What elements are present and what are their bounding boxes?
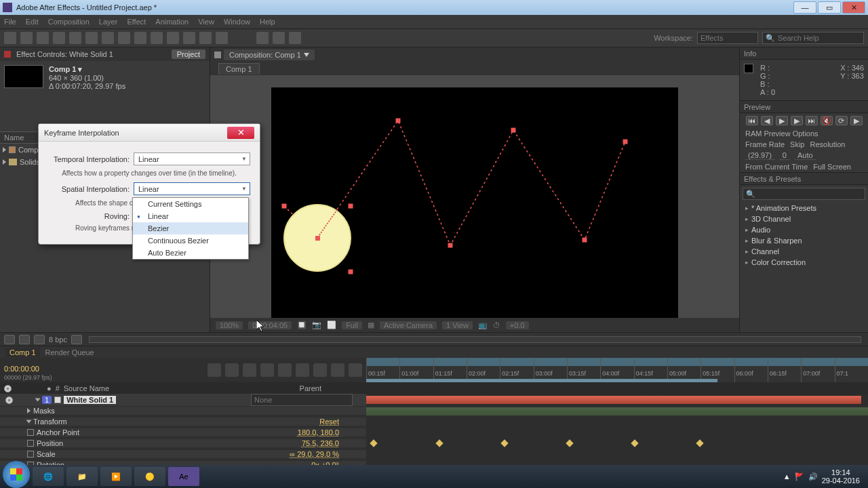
parent-header[interactable]: Parent [300, 384, 321, 392]
effects-category[interactable]: Audio [740, 224, 868, 235]
interpret-button[interactable] [4, 335, 15, 344]
start-button[interactable] [3, 461, 30, 488]
tl-icon[interactable] [349, 363, 362, 377]
axis-world-tool[interactable] [273, 32, 285, 44]
eraser-tool[interactable] [183, 32, 195, 44]
taskbar-media[interactable]: ▶️ [100, 467, 132, 486]
keyframe-diamond[interactable] [696, 439, 704, 447]
solid-layer-circle[interactable] [283, 204, 351, 272]
resolution-value[interactable]: Auto [795, 151, 816, 160]
tray-icon[interactable]: ▲ [783, 472, 791, 481]
first-frame-button[interactable]: ⏮ [746, 116, 758, 125]
exposure-value[interactable]: +0.0 [506, 321, 529, 329]
interpolation-option[interactable]: Continuous Bezier [133, 235, 248, 247]
brush-tool[interactable] [151, 32, 163, 44]
zoom-level[interactable]: 100% [216, 321, 243, 329]
layer-color-icon[interactable] [54, 396, 61, 403]
keyframe-point[interactable] [511, 128, 516, 133]
from-current-checkbox[interactable]: From Current Time [745, 163, 808, 171]
clone-tool[interactable] [167, 32, 179, 44]
reset-link[interactable]: Reset [319, 418, 339, 426]
effects-category[interactable]: Channel [740, 246, 868, 257]
timecode[interactable]: 0:00:00:0000000 (29.97 fps) [4, 360, 52, 381]
roto-tool[interactable] [199, 32, 212, 44]
prev-frame-button[interactable]: ◀ [761, 116, 773, 125]
keyframe-point[interactable] [349, 270, 353, 274]
menu-help[interactable]: Help [260, 18, 275, 26]
last-frame-button[interactable]: ⏭ [806, 116, 818, 125]
composition-viewer[interactable] [271, 87, 678, 318]
keyframe-diamond[interactable] [631, 439, 639, 447]
property-row[interactable]: Anchor Point180.0, 180.0 [0, 428, 366, 436]
tl-icon[interactable] [225, 363, 239, 377]
tl-icon[interactable] [208, 363, 221, 377]
tl-icon[interactable] [296, 363, 309, 377]
parent-select[interactable]: None [251, 394, 353, 406]
maximize-button[interactable]: ▭ [818, 1, 841, 14]
effect-controls-tab[interactable]: Effect Controls: White Solid 1 [16, 50, 113, 58]
interpolation-option[interactable]: Linear [133, 210, 248, 222]
tl-icon[interactable] [260, 363, 274, 377]
keyframe-point[interactable] [349, 204, 353, 209]
ram-preview-label[interactable]: RAM Preview Options [745, 129, 818, 138]
mute-button[interactable]: 🔇 [821, 116, 833, 125]
keyframe-point[interactable] [396, 119, 401, 123]
view-layout[interactable]: 1 View [442, 321, 473, 329]
delete-button[interactable] [71, 335, 82, 344]
zoom-tool[interactable] [37, 32, 49, 44]
effects-category[interactable]: Color Correction [740, 257, 868, 268]
framerate-value[interactable]: (29.97) [745, 151, 774, 160]
twirl-icon[interactable] [35, 399, 41, 402]
new-comp-button[interactable] [34, 335, 45, 344]
tray-icon[interactable]: 🔊 [808, 472, 818, 481]
ram-preview-button[interactable]: ▶ [850, 116, 863, 125]
camera-tool[interactable] [69, 32, 81, 44]
puppet-tool[interactable] [216, 32, 228, 44]
interpolation-option[interactable]: Bezier [133, 222, 248, 235]
keyframe-diamond[interactable] [435, 439, 443, 447]
zoom-slider[interactable] [366, 379, 717, 382]
interpolation-option[interactable]: Current Settings [133, 198, 248, 210]
bpc-label[interactable]: 8 bpc [49, 336, 67, 344]
keyframe-point[interactable] [583, 238, 587, 243]
current-time-display[interactable]: 0:00:04:05 [248, 321, 292, 329]
property-row[interactable]: Position75.5, 236.0 [0, 439, 366, 447]
scroll-track[interactable] [89, 336, 861, 343]
timeline-tab-render[interactable]: Render Queue [45, 348, 94, 357]
effects-category[interactable]: Blur & Sharpen [740, 235, 868, 246]
keyframe-point[interactable] [448, 243, 453, 248]
temporal-select[interactable]: Linear [134, 152, 250, 165]
menu-animation[interactable]: Animation [155, 18, 189, 26]
time-ruler[interactable]: 00:15f01:00f01:15f02:00f02:15f03:00f03:1… [366, 358, 868, 382]
fullscreen-checkbox[interactable]: Full Screen [813, 163, 851, 171]
resolution-select[interactable]: Full [342, 321, 362, 329]
menu-view[interactable]: View [198, 18, 214, 26]
project-tab[interactable]: Project [172, 49, 205, 59]
tl-icon[interactable] [313, 363, 327, 377]
tray-icon[interactable]: 🚩 [795, 472, 804, 481]
layer-row[interactable]: 1 White Solid 1 None [0, 394, 868, 405]
hand-tool[interactable] [20, 32, 33, 44]
pen-tool[interactable] [118, 32, 130, 44]
panel-close-icon[interactable] [4, 51, 11, 58]
workspace-select[interactable]: Effects [697, 32, 758, 44]
text-tool[interactable] [134, 32, 146, 44]
new-folder-button[interactable] [19, 335, 30, 344]
panel-close-icon[interactable] [214, 52, 221, 58]
preview-panel-header[interactable]: Preview [740, 101, 868, 113]
effects-panel-header[interactable]: Effects & Presets [740, 173, 868, 185]
keyframe-point[interactable] [623, 140, 628, 144]
source-name-header[interactable]: Source Name [64, 384, 109, 392]
help-search[interactable]: 🔍 Search Help [762, 32, 864, 44]
taskbar-explorer[interactable]: 📁 [66, 467, 98, 486]
taskbar-ie[interactable]: 🌐 [33, 467, 64, 486]
keyframe-diamond[interactable] [566, 439, 573, 447]
keyframe-point[interactable] [282, 204, 287, 209]
close-button[interactable]: ✕ [842, 1, 865, 14]
skip-value[interactable]: 0 [780, 151, 789, 160]
taskbar-aftereffects[interactable]: Ae [168, 467, 199, 486]
clock-time[interactable]: 19:14 [822, 468, 860, 476]
layer-name[interactable]: White Solid 1 [64, 396, 116, 404]
next-frame-button[interactable]: ▶ [791, 116, 803, 125]
column-name[interactable]: Name [4, 134, 24, 142]
